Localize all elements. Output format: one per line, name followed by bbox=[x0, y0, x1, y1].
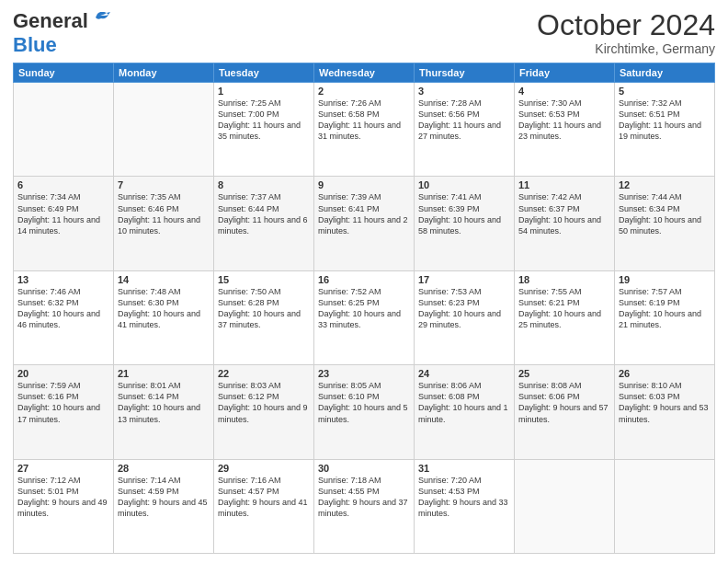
day-info: Sunrise: 8:10 AM Sunset: 6:03 PM Dayligh… bbox=[619, 380, 711, 425]
day-number: 4 bbox=[518, 86, 610, 97]
day-number: 10 bbox=[418, 179, 510, 190]
day-number: 21 bbox=[118, 368, 210, 379]
day-info: Sunrise: 7:55 AM Sunset: 6:21 PM Dayligh… bbox=[518, 286, 610, 331]
day-number: 5 bbox=[619, 86, 711, 97]
day-number: 25 bbox=[518, 368, 610, 379]
table-row: 10Sunrise: 7:41 AM Sunset: 6:39 PM Dayli… bbox=[415, 177, 515, 270]
logo: General Blue bbox=[13, 9, 110, 57]
day-number: 30 bbox=[318, 463, 410, 474]
day-info: Sunrise: 7:59 AM Sunset: 6:16 PM Dayligh… bbox=[17, 380, 109, 425]
table-row: 21Sunrise: 8:01 AM Sunset: 6:14 PM Dayli… bbox=[114, 365, 214, 459]
day-info: Sunrise: 7:35 AM Sunset: 6:46 PM Dayligh… bbox=[118, 191, 210, 236]
table-row: 24Sunrise: 8:06 AM Sunset: 6:08 PM Dayli… bbox=[415, 365, 515, 459]
col-saturday: Saturday bbox=[615, 63, 715, 83]
day-info: Sunrise: 7:25 AM Sunset: 7:00 PM Dayligh… bbox=[218, 98, 310, 143]
table-row: 28Sunrise: 7:14 AM Sunset: 4:59 PM Dayli… bbox=[114, 459, 214, 553]
day-info: Sunrise: 7:16 AM Sunset: 4:57 PM Dayligh… bbox=[218, 475, 310, 520]
calendar-week-row: 13Sunrise: 7:46 AM Sunset: 6:32 PM Dayli… bbox=[14, 270, 715, 364]
col-thursday: Thursday bbox=[415, 63, 515, 83]
day-number: 2 bbox=[318, 86, 410, 97]
col-tuesday: Tuesday bbox=[214, 63, 314, 83]
table-row: 26Sunrise: 8:10 AM Sunset: 6:03 PM Dayli… bbox=[615, 365, 715, 459]
day-number: 19 bbox=[619, 274, 711, 285]
day-number: 3 bbox=[418, 86, 510, 97]
day-info: Sunrise: 7:18 AM Sunset: 4:55 PM Dayligh… bbox=[318, 475, 410, 520]
day-number: 13 bbox=[17, 274, 109, 285]
day-info: Sunrise: 7:57 AM Sunset: 6:19 PM Dayligh… bbox=[619, 286, 711, 331]
day-info: Sunrise: 7:46 AM Sunset: 6:32 PM Dayligh… bbox=[17, 286, 109, 331]
table-row: 19Sunrise: 7:57 AM Sunset: 6:19 PM Dayli… bbox=[615, 270, 715, 364]
calendar-table: Sunday Monday Tuesday Wednesday Thursday… bbox=[13, 63, 715, 554]
day-info: Sunrise: 7:14 AM Sunset: 4:59 PM Dayligh… bbox=[118, 475, 210, 520]
day-info: Sunrise: 7:48 AM Sunset: 6:30 PM Dayligh… bbox=[118, 286, 210, 331]
day-info: Sunrise: 7:12 AM Sunset: 5:01 PM Dayligh… bbox=[17, 475, 109, 520]
calendar-week-row: 20Sunrise: 7:59 AM Sunset: 6:16 PM Dayli… bbox=[14, 365, 715, 459]
day-number: 9 bbox=[318, 179, 410, 190]
day-number: 26 bbox=[619, 368, 711, 379]
day-info: Sunrise: 7:41 AM Sunset: 6:39 PM Dayligh… bbox=[418, 191, 510, 236]
col-monday: Monday bbox=[114, 63, 214, 83]
table-row: 16Sunrise: 7:52 AM Sunset: 6:25 PM Dayli… bbox=[314, 270, 415, 364]
day-number: 1 bbox=[218, 86, 310, 97]
table-row: 1Sunrise: 7:25 AM Sunset: 7:00 PM Daylig… bbox=[214, 83, 314, 177]
day-info: Sunrise: 7:39 AM Sunset: 6:41 PM Dayligh… bbox=[318, 191, 410, 236]
logo-bird-icon bbox=[90, 12, 110, 29]
day-info: Sunrise: 7:42 AM Sunset: 6:37 PM Dayligh… bbox=[518, 191, 610, 236]
location: Kirchtimke, Germany bbox=[537, 41, 715, 56]
table-row: 7Sunrise: 7:35 AM Sunset: 6:46 PM Daylig… bbox=[114, 177, 214, 270]
day-info: Sunrise: 7:52 AM Sunset: 6:25 PM Dayligh… bbox=[318, 286, 410, 331]
day-number: 14 bbox=[118, 274, 210, 285]
day-info: Sunrise: 7:30 AM Sunset: 6:53 PM Dayligh… bbox=[518, 98, 610, 143]
calendar-week-row: 6Sunrise: 7:34 AM Sunset: 6:49 PM Daylig… bbox=[14, 177, 715, 270]
table-row: 30Sunrise: 7:18 AM Sunset: 4:55 PM Dayli… bbox=[314, 459, 415, 553]
day-info: Sunrise: 7:37 AM Sunset: 6:44 PM Dayligh… bbox=[218, 191, 310, 236]
header: General Blue October 2024 Kirchtimke, Ge… bbox=[13, 9, 715, 57]
table-row bbox=[14, 83, 114, 177]
logo-blue-text: Blue bbox=[13, 33, 57, 56]
day-number: 28 bbox=[118, 463, 210, 474]
calendar-header-row: Sunday Monday Tuesday Wednesday Thursday… bbox=[14, 63, 715, 83]
day-info: Sunrise: 7:28 AM Sunset: 6:56 PM Dayligh… bbox=[418, 98, 510, 143]
col-wednesday: Wednesday bbox=[314, 63, 415, 83]
table-row: 5Sunrise: 7:32 AM Sunset: 6:51 PM Daylig… bbox=[615, 83, 715, 177]
day-info: Sunrise: 7:50 AM Sunset: 6:28 PM Dayligh… bbox=[218, 286, 310, 331]
day-number: 20 bbox=[17, 368, 109, 379]
day-number: 8 bbox=[218, 179, 310, 190]
day-number: 17 bbox=[418, 274, 510, 285]
day-info: Sunrise: 8:06 AM Sunset: 6:08 PM Dayligh… bbox=[418, 380, 510, 425]
table-row: 23Sunrise: 8:05 AM Sunset: 6:10 PM Dayli… bbox=[314, 365, 415, 459]
calendar-week-row: 27Sunrise: 7:12 AM Sunset: 5:01 PM Dayli… bbox=[14, 459, 715, 553]
day-info: Sunrise: 7:20 AM Sunset: 4:53 PM Dayligh… bbox=[418, 475, 510, 520]
table-row: 31Sunrise: 7:20 AM Sunset: 4:53 PM Dayli… bbox=[415, 459, 515, 553]
col-sunday: Sunday bbox=[14, 63, 114, 83]
table-row: 22Sunrise: 8:03 AM Sunset: 6:12 PM Dayli… bbox=[214, 365, 314, 459]
day-info: Sunrise: 7:53 AM Sunset: 6:23 PM Dayligh… bbox=[418, 286, 510, 331]
table-row: 25Sunrise: 8:08 AM Sunset: 6:06 PM Dayli… bbox=[515, 365, 615, 459]
calendar-week-row: 1Sunrise: 7:25 AM Sunset: 7:00 PM Daylig… bbox=[14, 83, 715, 177]
day-info: Sunrise: 8:05 AM Sunset: 6:10 PM Dayligh… bbox=[318, 380, 410, 425]
day-number: 12 bbox=[619, 179, 711, 190]
col-friday: Friday bbox=[515, 63, 615, 83]
title-area: October 2024 Kirchtimke, Germany bbox=[537, 9, 715, 56]
table-row: 2Sunrise: 7:26 AM Sunset: 6:58 PM Daylig… bbox=[314, 83, 415, 177]
day-info: Sunrise: 7:44 AM Sunset: 6:34 PM Dayligh… bbox=[619, 191, 711, 236]
table-row: 4Sunrise: 7:30 AM Sunset: 6:53 PM Daylig… bbox=[515, 83, 615, 177]
day-number: 24 bbox=[418, 368, 510, 379]
day-info: Sunrise: 7:32 AM Sunset: 6:51 PM Dayligh… bbox=[619, 98, 711, 143]
table-row: 20Sunrise: 7:59 AM Sunset: 6:16 PM Dayli… bbox=[14, 365, 114, 459]
table-row: 8Sunrise: 7:37 AM Sunset: 6:44 PM Daylig… bbox=[214, 177, 314, 270]
day-info: Sunrise: 8:01 AM Sunset: 6:14 PM Dayligh… bbox=[118, 380, 210, 425]
table-row bbox=[515, 459, 615, 553]
month-title: October 2024 bbox=[537, 9, 715, 41]
table-row: 13Sunrise: 7:46 AM Sunset: 6:32 PM Dayli… bbox=[14, 270, 114, 364]
day-number: 18 bbox=[518, 274, 610, 285]
table-row: 17Sunrise: 7:53 AM Sunset: 6:23 PM Dayli… bbox=[415, 270, 515, 364]
day-info: Sunrise: 7:26 AM Sunset: 6:58 PM Dayligh… bbox=[318, 98, 410, 143]
table-row: 29Sunrise: 7:16 AM Sunset: 4:57 PM Dayli… bbox=[214, 459, 314, 553]
table-row: 18Sunrise: 7:55 AM Sunset: 6:21 PM Dayli… bbox=[515, 270, 615, 364]
table-row: 11Sunrise: 7:42 AM Sunset: 6:37 PM Dayli… bbox=[515, 177, 615, 270]
table-row: 6Sunrise: 7:34 AM Sunset: 6:49 PM Daylig… bbox=[14, 177, 114, 270]
table-row bbox=[615, 459, 715, 553]
day-info: Sunrise: 8:03 AM Sunset: 6:12 PM Dayligh… bbox=[218, 380, 310, 425]
day-number: 11 bbox=[518, 179, 610, 190]
